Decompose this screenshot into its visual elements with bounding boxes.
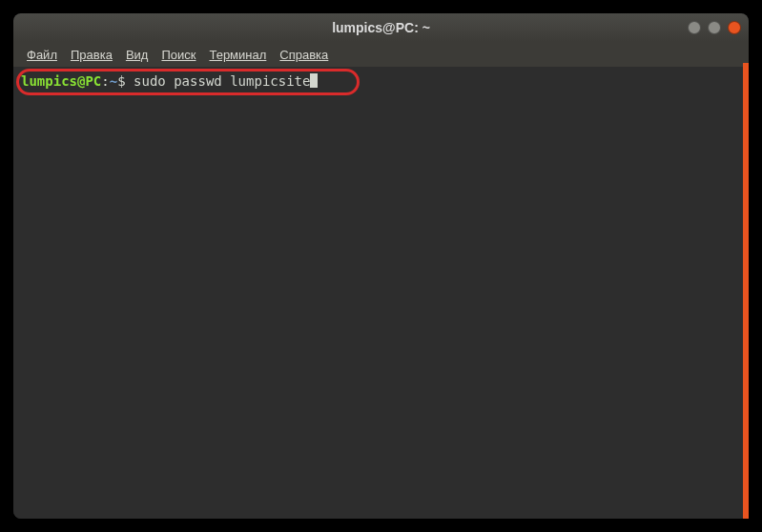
terminal-window: lumpics@PC: ~ Файл Правка Вид Поиск Терм…	[13, 13, 749, 519]
prompt-line: lumpics@PC:~$ sudo passwd lumpicsite	[21, 72, 741, 90]
minimize-button[interactable]	[688, 21, 701, 34]
prompt-user-host: lumpics@PC	[21, 73, 101, 89]
prompt-path: ~	[110, 73, 117, 89]
prompt-dollar: $	[117, 73, 134, 89]
menu-edit[interactable]: Правка	[65, 46, 118, 64]
titlebar: lumpics@PC: ~	[13, 13, 749, 42]
prompt-colon: :	[101, 73, 109, 89]
menu-search[interactable]: Поиск	[155, 46, 201, 64]
window-controls	[688, 21, 741, 34]
close-button[interactable]	[728, 21, 741, 34]
cursor-icon	[310, 73, 318, 88]
menu-help[interactable]: Справка	[274, 46, 334, 64]
menu-terminal[interactable]: Терминал	[203, 46, 272, 64]
menu-file[interactable]: Файл	[21, 46, 63, 64]
right-edge-strip	[743, 63, 749, 519]
command-text: sudo passwd lumpicsite	[134, 73, 310, 89]
menubar: Файл Правка Вид Поиск Терминал Справка	[13, 42, 749, 67]
window-title: lumpics@PC: ~	[332, 20, 430, 35]
menu-view[interactable]: Вид	[120, 46, 154, 64]
terminal-body[interactable]: lumpics@PC:~$ sudo passwd lumpicsite	[13, 67, 749, 519]
maximize-button[interactable]	[708, 21, 721, 34]
